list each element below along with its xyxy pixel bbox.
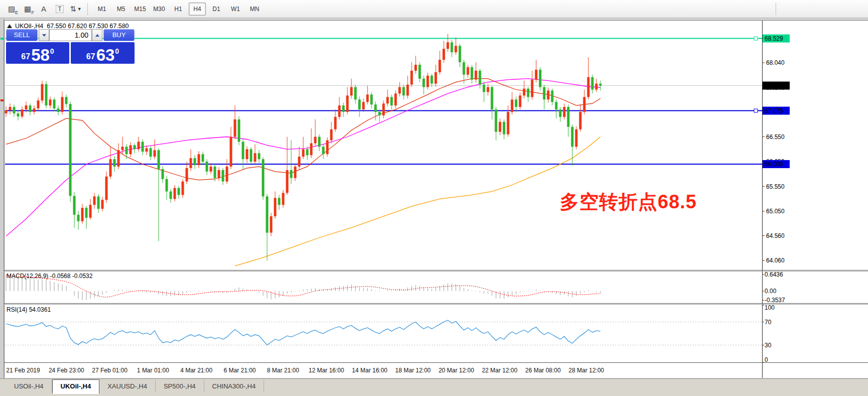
date-label: 4 Mar 21:00 [180, 367, 212, 374]
tab-xauusdh4[interactable]: XAUUSD-,H4 [99, 380, 156, 392]
svg-text:66.000: 66.000 [765, 161, 783, 168]
date-label: 27 Feb 01:00 [92, 367, 128, 374]
svg-text:64.060: 64.060 [766, 257, 785, 264]
symbol-header: UKOil-,H4 67.550 67.620 67.530 67.580 [7, 23, 129, 30]
timeframe-button-M5[interactable]: M5 [112, 3, 130, 16]
date-label: 18 Mar 12:00 [395, 367, 431, 374]
sell-price-box[interactable]: 67 58 0 [6, 42, 69, 64]
triangle-up-icon [95, 34, 99, 37]
timeframe-button-H4[interactable]: H4 [189, 3, 206, 16]
svg-text:0.00: 0.00 [765, 288, 777, 295]
chart-tab-bar: USOil-,H4UKOil-,H4XAUUSD-,H4SP500-,H4CHI… [0, 378, 868, 396]
buy-price-pip: 0 [115, 47, 119, 55]
date-label: 1 Mar 01:00 [137, 367, 169, 374]
volume-decrease-button[interactable] [39, 29, 49, 41]
timeframe-button-W1[interactable]: W1 [227, 3, 244, 16]
date-label: 21 Feb 2019 [6, 367, 40, 374]
tab-sp500h4[interactable]: SP500-,H4 [156, 380, 204, 392]
macd-panel: 0.64360.00-0.3537 [6, 271, 785, 304]
buy-price-prefix: 67 [86, 53, 95, 61]
toolbar-separator-right [776, 3, 776, 15]
rsi-panel: 10070300 [5, 304, 775, 363]
arrows-icon[interactable]: ⇅▼ [68, 3, 83, 16]
rsi-label: RSI(14) 54.0361 [7, 306, 51, 313]
toolbar-separator [87, 3, 88, 15]
macd-signal-line [6, 275, 600, 297]
buy-price-box[interactable]: 67 63 0 [71, 42, 135, 64]
ohlc-values: 67.550 67.620 67.530 67.580 [47, 23, 129, 30]
svg-text:68.529: 68.529 [765, 35, 783, 42]
buy-button[interactable]: BUY [103, 29, 135, 41]
timeframe-button-M30[interactable]: M30 [151, 3, 168, 16]
volume-input[interactable] [49, 29, 92, 41]
svg-text:67.075: 67.075 [765, 107, 783, 114]
grid-icon[interactable]: ▦F [20, 3, 35, 16]
collapse-arrow-icon[interactable] [7, 24, 12, 28]
label-icon[interactable]: A [36, 3, 51, 16]
toolbar: ▨E▦FAT⇅▼ M1M5M15M30H1H4D1W1MN [0, 0, 868, 18]
date-label: 22 Mar 12:00 [482, 367, 518, 374]
ma-fast-red [6, 79, 600, 180]
svg-text:30: 30 [765, 342, 772, 349]
timeframe-button-D1[interactable]: D1 [208, 3, 225, 16]
sell-price-main: 58 [31, 48, 50, 62]
timeframe-button-H1[interactable]: H1 [170, 3, 187, 16]
svg-text:0: 0 [765, 356, 768, 363]
date-label: 12 Mar 16:00 [309, 367, 344, 374]
svg-text:65.050: 65.050 [766, 208, 785, 215]
line-handle [754, 37, 758, 40]
svg-text:67.580: 67.580 [765, 82, 783, 89]
buy-price-main: 63 [96, 48, 115, 62]
date-label: 8 Mar 21:00 [267, 367, 299, 374]
candles [5, 34, 602, 260]
symbol-name: UKOil-,H4 [15, 23, 43, 30]
timeframe-button-M1[interactable]: M1 [93, 3, 110, 16]
date-label: 26 Mar 08:00 [525, 367, 561, 374]
line-handle [754, 109, 758, 112]
chart-annotation-text: 多空转折点68.5 [560, 189, 697, 215]
text-box-icon[interactable]: T [52, 3, 67, 16]
timeframe-button-M15[interactable]: M15 [132, 3, 149, 16]
tab-usoilh4[interactable]: USOil-,H4 [6, 380, 52, 392]
indicators-icon[interactable]: ▨E [4, 3, 19, 16]
date-label: 28 Mar 12:00 [569, 367, 604, 374]
ma-slow-orange [235, 137, 600, 266]
macd-label: MACD(12,26,9) -0.0568 -0.0532 [7, 273, 92, 280]
date-label: 20 Mar 12:00 [439, 367, 474, 374]
svg-text:70: 70 [765, 319, 772, 326]
sell-button[interactable]: SELL [6, 29, 38, 41]
svg-text:100: 100 [765, 304, 775, 311]
date-label: 6 Mar 21:00 [223, 367, 256, 374]
date-label: 14 Mar 16:00 [352, 367, 388, 374]
sell-price-prefix: 67 [21, 53, 30, 61]
tab-china300h4[interactable]: CHINA300-,H4 [204, 380, 265, 392]
svg-text:66.550: 66.550 [766, 134, 785, 141]
timeframe-button-MN[interactable]: MN [246, 3, 263, 16]
date-label: 24 Feb 23:00 [49, 367, 84, 374]
sell-price-pip: 0 [50, 47, 54, 55]
triangle-down-icon [42, 34, 46, 37]
tab-ukoilh4[interactable]: UKOil-,H4 [52, 379, 100, 394]
svg-text:-0.3537: -0.3537 [765, 297, 785, 304]
svg-text:64.560: 64.560 [766, 232, 785, 239]
svg-text:68.040: 68.040 [766, 59, 785, 66]
svg-text:65.550: 65.550 [766, 183, 785, 190]
svg-text:0.6436: 0.6436 [765, 271, 783, 278]
rsi-line [6, 320, 600, 345]
volume-increase-button[interactable] [92, 29, 102, 41]
